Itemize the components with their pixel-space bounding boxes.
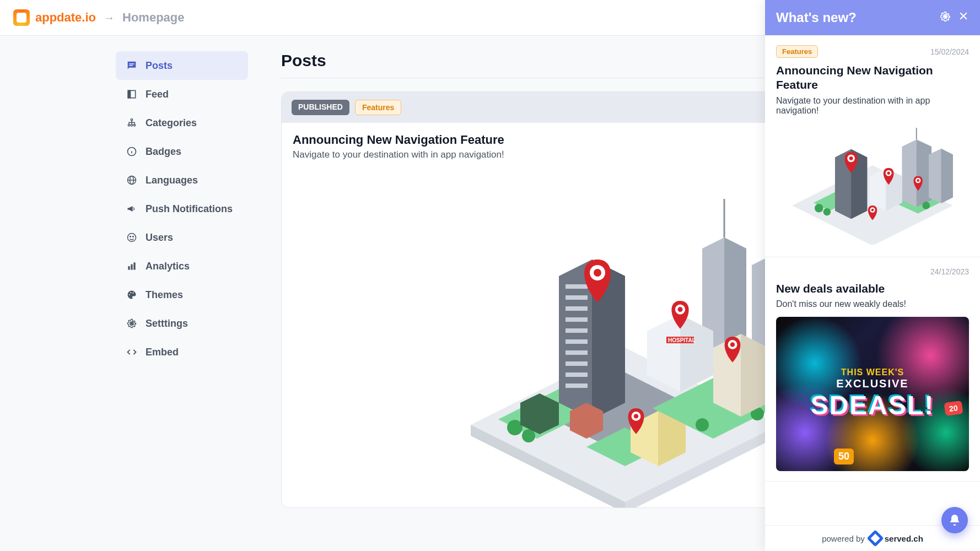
panel-header: What's new? xyxy=(765,0,980,35)
svg-point-99 xyxy=(871,208,874,211)
bars-icon xyxy=(126,260,138,272)
arrow-right-icon: → xyxy=(104,12,115,24)
svg-point-67 xyxy=(594,269,601,277)
svg-rect-58 xyxy=(566,372,588,377)
svg-rect-0 xyxy=(129,63,134,64)
feed-description: Navigate to your destination with in app… xyxy=(776,96,969,116)
feed-date: 15/02/2024 xyxy=(930,47,969,56)
palette-icon xyxy=(126,289,138,301)
svg-rect-57 xyxy=(566,361,588,366)
svg-point-33 xyxy=(522,429,535,442)
sidebar-item-users[interactable]: Users xyxy=(116,223,248,252)
gear-icon xyxy=(126,317,138,329)
tree-icon xyxy=(126,117,138,129)
feed-title: Announcing New Navigation Feature xyxy=(776,63,969,93)
sidebar-item-languages[interactable]: Languages xyxy=(116,166,248,195)
sidebar-item-label: Badges xyxy=(146,146,181,158)
svg-point-97 xyxy=(917,179,919,182)
sidebar-item-label: Push Notifications xyxy=(146,203,233,215)
deals-line2: EXCLUSIVE xyxy=(811,377,935,390)
svg-point-16 xyxy=(133,236,134,237)
gear-icon[interactable] xyxy=(939,10,951,25)
sidebar-item-categories[interactable]: Categories xyxy=(116,109,248,137)
svg-rect-59 xyxy=(566,383,588,388)
sidebar-item-label: Feed xyxy=(146,89,169,100)
sidebar-item-badges[interactable]: Badges xyxy=(116,137,248,166)
svg-point-89 xyxy=(815,203,823,212)
feed-image: THIS WEEK'S EXCLUSIVE SDEASL! 50 20 xyxy=(776,317,969,471)
feed-date: 24/12/2023 xyxy=(930,267,969,276)
sidebar-item-feed[interactable]: Feed xyxy=(116,80,248,109)
svg-rect-55 xyxy=(566,339,588,344)
svg-point-20 xyxy=(129,294,130,295)
sidebar-item-label: Embed xyxy=(146,347,179,358)
svg-point-91 xyxy=(922,202,930,209)
sidebar-item-settings[interactable]: Setttings xyxy=(116,309,248,338)
sidebar-item-label: Users xyxy=(146,232,173,244)
feed-image xyxy=(776,123,969,245)
svg-point-69 xyxy=(677,307,682,312)
svg-point-32 xyxy=(507,420,523,435)
sidebar-item-analytics[interactable]: Analytics xyxy=(116,252,248,280)
close-icon[interactable] xyxy=(958,10,969,25)
svg-point-14 xyxy=(128,234,136,242)
svg-point-6 xyxy=(131,125,132,126)
svg-point-7 xyxy=(133,125,135,126)
info-icon xyxy=(126,145,138,158)
square-icon xyxy=(126,88,138,100)
svg-point-73 xyxy=(634,414,638,418)
panel-title: What's new? xyxy=(776,10,857,25)
brand[interactable]: appdate.io xyxy=(13,9,96,26)
sidebar-item-embed[interactable]: Embed xyxy=(116,338,248,366)
svg-rect-51 xyxy=(566,295,588,300)
megaphone-icon xyxy=(126,203,138,215)
feed-description: Don't miss our new weakly deals! xyxy=(776,299,969,309)
svg-rect-17 xyxy=(128,266,130,270)
footer-label: powered by xyxy=(822,534,865,543)
svg-point-95 xyxy=(887,171,890,174)
sidebar-item-label: Themes xyxy=(146,289,183,301)
served-link[interactable]: served.ch xyxy=(869,532,923,544)
svg-text:HOSPITAL: HOSPITAL xyxy=(668,337,696,343)
sidebar-item-posts[interactable]: Posts xyxy=(116,51,248,80)
sidebar-item-push-notifications[interactable]: Push Notifications xyxy=(116,195,248,223)
feed-item[interactable]: 24/12/2023 New deals available Don't mis… xyxy=(765,257,980,482)
panel-body[interactable]: Features 15/02/2024 Announcing New Navig… xyxy=(765,35,980,525)
deals-tag: 20 xyxy=(944,401,963,416)
feed-title: New deals available xyxy=(776,282,969,296)
brand-name: appdate.io xyxy=(35,10,96,25)
svg-point-21 xyxy=(130,292,131,293)
whats-new-panel: What's new? Features 15/02/2024 Announci… xyxy=(765,0,980,551)
feed-item[interactable]: Features 15/02/2024 Announcing New Navig… xyxy=(765,35,980,257)
deals-tag: 50 xyxy=(834,449,854,464)
code-icon xyxy=(126,346,138,358)
svg-point-23 xyxy=(131,322,133,325)
tag-badge: Features xyxy=(355,100,401,115)
globe-icon xyxy=(126,174,138,186)
svg-rect-3 xyxy=(128,90,130,98)
svg-rect-52 xyxy=(566,306,588,311)
svg-point-15 xyxy=(130,236,131,237)
svg-point-93 xyxy=(849,156,853,160)
svg-rect-53 xyxy=(566,317,588,322)
deals-line1: THIS WEEK'S xyxy=(811,368,935,377)
breadcrumb[interactable]: Homepage xyxy=(122,10,184,25)
face-icon xyxy=(126,231,138,244)
svg-point-36 xyxy=(696,418,709,431)
svg-marker-86 xyxy=(941,148,952,203)
notifications-fab[interactable] xyxy=(941,507,968,533)
served-brand: served.ch xyxy=(885,534,923,543)
served-icon xyxy=(866,530,884,547)
tag-badge: Features xyxy=(776,45,818,58)
chat-icon xyxy=(126,60,138,72)
svg-rect-18 xyxy=(131,264,132,270)
sidebar-item-label: Posts xyxy=(146,60,173,72)
svg-rect-19 xyxy=(133,262,135,269)
sidebar-item-label: Setttings xyxy=(146,318,188,329)
svg-marker-61 xyxy=(741,334,768,417)
sidebar-item-label: Analytics xyxy=(146,261,190,272)
deals-line3: SDEASL! xyxy=(811,390,935,420)
sidebar-item-themes[interactable]: Themes xyxy=(116,280,248,309)
brand-logo-icon xyxy=(13,9,30,26)
svg-point-74 xyxy=(944,15,947,18)
